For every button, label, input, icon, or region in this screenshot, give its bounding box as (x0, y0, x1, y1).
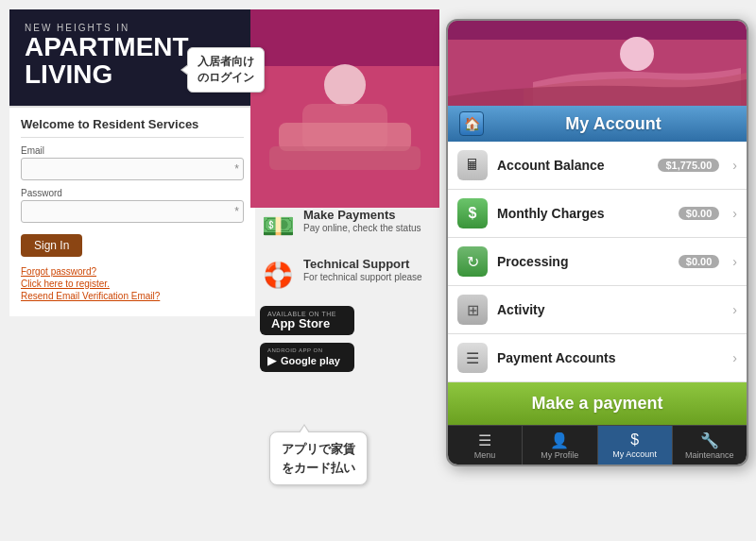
menu-chevron-4: › (732, 350, 737, 365)
phone-menu-row-2[interactable]: ↻ Processing $0.00 › (448, 238, 747, 286)
menu-chevron-1: › (732, 206, 737, 221)
nav-icon-3: 🔧 (700, 431, 719, 449)
phone-menu-row-0[interactable]: 🖩 Account Balance $1,775.00 › (448, 142, 747, 190)
banner-line2: LIVING (25, 59, 112, 89)
menu-label-4: Payment Accounts (497, 350, 723, 365)
nav-label-0: Menu (474, 450, 496, 460)
nav-item-maintenance[interactable]: 🔧 Maintenance (673, 426, 747, 465)
phone-menu-row-3[interactable]: ⊞ Activity › (448, 286, 747, 334)
menu-label-0: Account Balance (497, 158, 648, 173)
menu-label-2: Processing (497, 254, 669, 269)
money-icon: 💵 (260, 208, 296, 244)
menu-badge-1: $0.00 (679, 207, 720, 220)
menu-badge-2: $0.00 (679, 255, 720, 268)
password-group: Password * (21, 188, 244, 223)
phone-header: 🏠 My Account (448, 106, 747, 142)
menu-chevron-2: › (732, 254, 737, 269)
app-speech-bubble: アプリで家賃 をカード払い (269, 431, 368, 485)
left-panel: NEW HEIGHTS IN APARTMENT LIVING 入居者向け のロ… (9, 9, 255, 316)
nav-icon-0: ☰ (478, 431, 491, 449)
app-store-name: App Store (271, 317, 330, 330)
password-input[interactable] (21, 200, 244, 223)
phone-photo-area (448, 21, 747, 106)
phone-menu-row-4[interactable]: ☰ Payment Accounts › (448, 334, 747, 382)
technical-support-service: 🛟 Technical Support For technical suppor… (260, 257, 439, 293)
menu-badge-0: $1,775.00 (658, 159, 719, 172)
make-payments-title: Make Payments (303, 208, 421, 222)
menu-chevron-0: › (732, 158, 737, 173)
phone-mockup: 🏠 My Account 🖩 Account Balance $1,775.00… (446, 19, 748, 466)
technical-support-text: Technical Support For technical support … (303, 257, 422, 282)
register-link[interactable]: Click here to register. (21, 279, 244, 289)
menu-chevron-3: › (732, 302, 737, 317)
nav-item-menu[interactable]: ☰ Menu (448, 426, 523, 465)
make-payments-text: Make Payments Pay online, check the stat… (303, 208, 421, 233)
lifebuoy-icon: 🛟 (260, 257, 296, 293)
google-play-name: Google play (281, 355, 340, 366)
phone-bottom-nav: ☰ Menu 👤 My Profile $ My Account 🔧 Maint… (448, 425, 747, 465)
email-group: Email * (21, 145, 244, 180)
email-input[interactable] (21, 158, 244, 180)
menu-label-3: Activity (497, 302, 723, 317)
nav-label-2: My Account (612, 449, 657, 459)
svg-point-2 (324, 64, 366, 106)
menu-icon-1: $ (457, 198, 488, 228)
nav-label-3: Maintenance (685, 450, 734, 460)
banner-line1: APARTMENT (25, 32, 189, 61)
svg-rect-5 (269, 146, 421, 170)
support-title: Technical Support (303, 257, 422, 271)
signin-button[interactable]: Sign In (21, 234, 82, 257)
welcome-section: Welcome to Resident Services Email * Pas… (9, 106, 255, 316)
app-store-button[interactable]: Available on the App Store (260, 306, 354, 335)
make-payments-service: 💵 Make Payments Pay online, check the st… (260, 208, 439, 244)
svg-point-8 (620, 37, 654, 71)
phone-header-title: My Account (491, 114, 735, 134)
make-payment-button[interactable]: Make a payment (448, 382, 747, 425)
login-speech-bubble: 入居者向け のログイン (187, 47, 265, 93)
make-payments-desc: Pay online, check the status (303, 223, 421, 233)
welcome-title: Welcome to Resident Services (21, 117, 244, 138)
email-label: Email (21, 145, 244, 156)
menu-icon-3: ⊞ (457, 295, 488, 325)
support-desc: For technical support please (303, 272, 422, 282)
menu-icon-2: ↻ (457, 246, 488, 277)
email-asterisk: * (234, 162, 239, 176)
home-icon[interactable]: 🏠 (459, 111, 484, 136)
links-section: Forgot password? Click here to register.… (21, 266, 244, 301)
nav-item-my-account[interactable]: $ My Account (598, 426, 673, 465)
resend-email-link[interactable]: Resend Email Verification Email? (21, 291, 244, 301)
phone-menu: 🖩 Account Balance $1,775.00 › $ Monthly … (448, 142, 747, 382)
menu-label-1: Monthly Charges (497, 206, 669, 221)
nav-item-my-profile[interactable]: 👤 My Profile (523, 426, 597, 465)
nav-label-1: My Profile (541, 450, 578, 460)
google-play-button[interactable]: ANDROID APP ON ▶ Google play (260, 343, 354, 372)
phone-menu-row-1[interactable]: $ Monthly Charges $0.00 › (448, 190, 747, 238)
photo-background (250, 9, 439, 208)
forgot-password-link[interactable]: Forgot password? (21, 266, 244, 277)
menu-icon-4: ☰ (457, 343, 488, 373)
middle-photo (250, 9, 439, 208)
google-play-icon: ▶ (267, 353, 277, 367)
photo-person-svg (250, 9, 439, 208)
menu-icon-0: 🖩 (457, 150, 488, 180)
password-asterisk: * (234, 205, 239, 218)
phone-photo-svg (448, 21, 747, 106)
nav-icon-2: $ (630, 431, 639, 448)
nav-icon-1: 👤 (550, 431, 569, 449)
password-label: Password (21, 188, 244, 198)
apartment-banner: NEW HEIGHTS IN APARTMENT LIVING 入居者向け のロ… (9, 9, 255, 106)
middle-services-panel: 💵 Make Payments Pay online, check the st… (260, 208, 439, 372)
